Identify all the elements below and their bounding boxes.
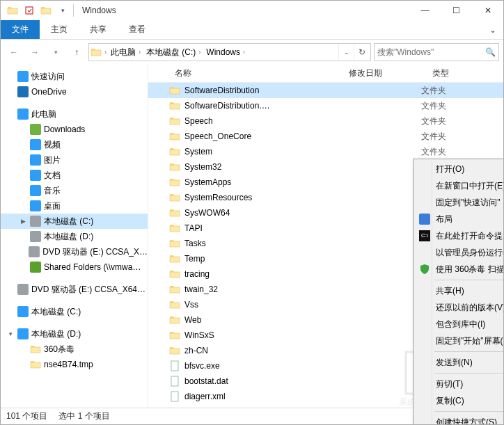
- svg-rect-0: [26, 7, 33, 14]
- tree-node[interactable]: 快速访问: [1, 69, 148, 84]
- tree-node[interactable]: ▶本地磁盘 (C:): [1, 214, 148, 229]
- menu-item[interactable]: 共享(H)▶: [415, 282, 504, 299]
- menu-item[interactable]: 创建快捷方式(S): [415, 414, 504, 425]
- file-name: bfsvc.exe: [184, 361, 220, 371]
- tree-node[interactable]: 音乐: [1, 183, 148, 198]
- address-dropdown-button[interactable]: ⌄: [338, 44, 354, 61]
- tree-node[interactable]: ▾本地磁盘 (D:): [1, 326, 148, 342]
- tree-label: nse4B74.tmp: [44, 360, 93, 369]
- tree-label: DVD 驱动器 (E:) CCSA_X…: [42, 246, 148, 258]
- tree-node[interactable]: 图片: [1, 152, 148, 168]
- minimize-button[interactable]: —: [409, 1, 441, 20]
- menu-item[interactable]: 包含到库中(I)▶: [415, 316, 504, 332]
- tree-node[interactable]: 此电脑: [1, 106, 148, 122]
- ribbon-tab-view[interactable]: 查看: [118, 20, 157, 39]
- menu-item[interactable]: 剪切(T): [415, 376, 504, 392]
- maximize-button[interactable]: ☐: [441, 1, 472, 20]
- tree-node[interactable]: 360杀毒: [1, 342, 148, 357]
- column-headers: 名称 修改日期 类型: [148, 65, 503, 83]
- folder-icon: [169, 330, 180, 341]
- menu-item[interactable]: C:\在此处打开命令提示符: [415, 227, 504, 244]
- file-row[interactable]: System文件夹: [148, 144, 503, 159]
- file-name: zh-CN: [184, 346, 208, 355]
- tree-node[interactable]: 文档: [1, 168, 148, 183]
- folder-icon: [169, 223, 180, 234]
- navigation-pane[interactable]: 快速访问OneDrive此电脑Downloads视频图片文档音乐桌面▶本地磁盘 …: [1, 65, 148, 408]
- search-input[interactable]: [377, 47, 482, 57]
- qat-properties-button[interactable]: [22, 3, 37, 18]
- menu-item[interactable]: 固定到"快速访问": [415, 194, 504, 211]
- chevron-right-icon[interactable]: ›: [104, 49, 107, 56]
- file-row[interactable]: Speech文件夹: [148, 113, 503, 129]
- file-row[interactable]: Speech_OneCore文件夹: [148, 129, 503, 144]
- quick-access-toolbar: ▾: [5, 3, 70, 18]
- ribbon-expand-button[interactable]: ⌄: [482, 20, 503, 39]
- nav-back-button[interactable]: ←: [5, 43, 23, 61]
- file-name: SystemResources: [184, 193, 252, 202]
- menu-item[interactable]: 固定到"开始"屏幕(P): [415, 332, 504, 349]
- ribbon-file-tab[interactable]: 文件: [1, 20, 40, 39]
- tree-node[interactable]: 本地磁盘 (D:): [1, 229, 148, 244]
- nav-forward-button[interactable]: →: [26, 43, 44, 61]
- folder-icon: [169, 284, 180, 295]
- pic-icon: [30, 154, 41, 166]
- menu-item[interactable]: 布局▶: [415, 211, 504, 227]
- breadcrumb-item[interactable]: Windows›: [203, 44, 248, 61]
- menu-separator: [434, 280, 504, 280]
- search-icon[interactable]: 🔍: [485, 47, 496, 57]
- menu-item[interactable]: 以管理员身份运行(A): [415, 244, 504, 261]
- nav-up-button[interactable]: ↑: [68, 43, 86, 61]
- breadcrumb-item[interactable]: 本地磁盘 (C:)›: [143, 44, 203, 61]
- qat-newfolder-button[interactable]: [38, 3, 54, 18]
- nav-history-button[interactable]: ▾: [47, 43, 65, 61]
- folder-icon: [30, 359, 41, 370]
- breadcrumb-item[interactable]: 此电脑›: [108, 44, 143, 61]
- tree-label: 图片: [44, 154, 61, 166]
- folder-icon: [5, 3, 20, 18]
- menu-item-label: 包含到库中(I): [436, 319, 485, 330]
- menu-item-label: 复制(C): [436, 395, 464, 407]
- file-type: 文件夹: [421, 100, 484, 112]
- tree-node[interactable]: 视频: [1, 137, 148, 152]
- tree-node[interactable]: 桌面: [1, 198, 148, 214]
- file-row[interactable]: SoftwareDistribution文件夹: [148, 83, 503, 98]
- ribbon-tab-home[interactable]: 主页: [40, 20, 79, 39]
- file-name: tracing: [184, 269, 210, 279]
- exe-icon: [169, 360, 180, 371]
- tree-node[interactable]: Downloads: [1, 122, 148, 137]
- folder-icon: [169, 268, 180, 280]
- address-bar[interactable]: › 此电脑› 本地磁盘 (C:)› Windows› ⌄ ↻: [88, 43, 371, 61]
- tree-label: 本地磁盘 (C:): [44, 216, 93, 227]
- tree-label: 音乐: [44, 185, 61, 197]
- menu-item[interactable]: 复制(C): [415, 392, 504, 409]
- column-header-date[interactable]: 修改日期: [343, 67, 427, 79]
- menu-item[interactable]: 在新窗口中打开(E): [415, 177, 504, 194]
- tree-node[interactable]: Shared Folders (\\vmwa…: [1, 259, 148, 275]
- close-button[interactable]: ✕: [472, 1, 503, 20]
- file-row[interactable]: SoftwareDistribution.…文件夹: [148, 98, 503, 113]
- tree-label: 360杀毒: [44, 344, 74, 355]
- tree-node[interactable]: OneDrive: [1, 84, 148, 99]
- tree-node[interactable]: 本地磁盘 (C:): [1, 304, 148, 319]
- column-header-type[interactable]: 类型: [427, 67, 489, 79]
- column-header-name[interactable]: 名称: [169, 67, 343, 79]
- tree-node[interactable]: nse4B74.tmp: [1, 357, 148, 372]
- file-type: 文件夹: [421, 131, 484, 143]
- tree-label: 快速访问: [31, 71, 65, 83]
- menu-item[interactable]: 使用 360杀毒 扫描: [415, 261, 504, 278]
- menu-item[interactable]: 打开(O): [415, 161, 504, 177]
- search-box[interactable]: 🔍: [374, 43, 499, 61]
- ribbon-tab-share[interactable]: 共享: [79, 20, 118, 39]
- refresh-button[interactable]: ↻: [354, 44, 369, 61]
- qat-dropdown[interactable]: ▾: [55, 3, 70, 18]
- tree-twisty[interactable]: ▶: [19, 218, 27, 225]
- svg-rect-2: [171, 376, 178, 386]
- tree-node[interactable]: DVD 驱动器 (E:) CCSA_X64…: [1, 282, 148, 297]
- tree-node[interactable]: DVD 驱动器 (E:) CCSA_X…: [1, 244, 148, 259]
- file-name: System: [184, 147, 212, 157]
- menu-item[interactable]: 还原以前的版本(V): [415, 299, 504, 316]
- menu-item[interactable]: 发送到(N)▶: [415, 354, 504, 371]
- tree-twisty[interactable]: ▾: [6, 330, 15, 337]
- music-icon: [30, 185, 41, 196]
- file-name: Tasks: [184, 239, 206, 248]
